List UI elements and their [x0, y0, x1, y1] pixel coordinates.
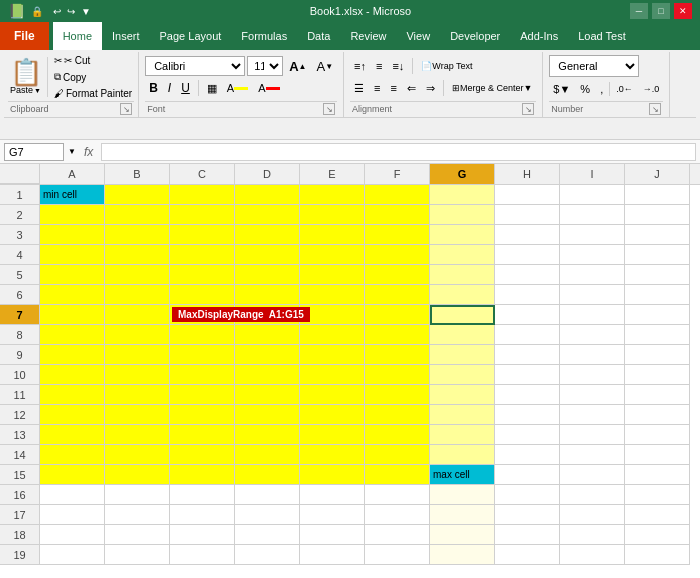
cell-D2[interactable]	[235, 205, 300, 225]
cell-D12[interactable]	[235, 405, 300, 425]
cell-H6[interactable]	[495, 285, 560, 305]
cell-F6[interactable]	[365, 285, 430, 305]
cell-A17[interactable]	[40, 505, 105, 525]
cell-G18[interactable]	[430, 525, 495, 545]
cell-F2[interactable]	[365, 205, 430, 225]
cell-C15[interactable]	[170, 465, 235, 485]
cell-J18[interactable]	[625, 525, 690, 545]
cell-E14[interactable]	[300, 445, 365, 465]
formulas-tab[interactable]: Formulas	[231, 22, 297, 50]
cell-J16[interactable]	[625, 485, 690, 505]
font-size-selector[interactable]: 11	[247, 56, 283, 76]
decrease-indent-button[interactable]: ⇐	[403, 78, 420, 98]
row-header-15[interactable]: 15	[0, 465, 40, 485]
cell-E5[interactable]	[300, 265, 365, 285]
cell-A1[interactable]: min cell	[40, 185, 105, 205]
developer-tab[interactable]: Developer	[440, 22, 510, 50]
view-tab[interactable]: View	[396, 22, 440, 50]
cell-D1[interactable]	[235, 185, 300, 205]
row-header-17[interactable]: 17	[0, 505, 40, 525]
cell-A7[interactable]	[40, 305, 105, 325]
cell-C19[interactable]	[170, 545, 235, 565]
align-top-left-button[interactable]: ≡↑	[350, 56, 370, 76]
cell-A6[interactable]	[40, 285, 105, 305]
cell-J14[interactable]	[625, 445, 690, 465]
insert-tab[interactable]: Insert	[102, 22, 150, 50]
cell-G6[interactable]	[430, 285, 495, 305]
cell-G4[interactable]	[430, 245, 495, 265]
row-header-10[interactable]: 10	[0, 365, 40, 385]
merge-center-button[interactable]: ⊞ Merge & Center ▼	[448, 78, 536, 98]
cell-C1[interactable]	[170, 185, 235, 205]
cell-E1[interactable]	[300, 185, 365, 205]
copy-button[interactable]: ⧉ Copy	[52, 70, 134, 84]
cell-B4[interactable]	[105, 245, 170, 265]
currency-button[interactable]: $▼	[549, 79, 574, 99]
cell-G19[interactable]	[430, 545, 495, 565]
row-header-7[interactable]: 7	[0, 305, 40, 325]
cell-B17[interactable]	[105, 505, 170, 525]
file-menu[interactable]: File	[0, 22, 49, 50]
formula-input[interactable]	[101, 143, 696, 161]
cell-A9[interactable]	[40, 345, 105, 365]
row-header-9[interactable]: 9	[0, 345, 40, 365]
cell-I18[interactable]	[560, 525, 625, 545]
cell-J11[interactable]	[625, 385, 690, 405]
row-header-3[interactable]: 3	[0, 225, 40, 245]
cell-D18[interactable]	[235, 525, 300, 545]
align-right-button[interactable]: ≡	[386, 78, 400, 98]
cell-J13[interactable]	[625, 425, 690, 445]
load-test-tab[interactable]: Load Test	[568, 22, 636, 50]
home-tab[interactable]: Home	[53, 22, 102, 50]
col-header-I[interactable]: I	[560, 164, 625, 184]
cell-B15[interactable]	[105, 465, 170, 485]
cell-I13[interactable]	[560, 425, 625, 445]
cell-A8[interactable]	[40, 325, 105, 345]
cell-C3[interactable]	[170, 225, 235, 245]
row-header-6[interactable]: 6	[0, 285, 40, 305]
col-header-D[interactable]: D	[235, 164, 300, 184]
cell-F5[interactable]	[365, 265, 430, 285]
cell-H14[interactable]	[495, 445, 560, 465]
cell-J10[interactable]	[625, 365, 690, 385]
cell-D15[interactable]	[235, 465, 300, 485]
cell-F1[interactable]	[365, 185, 430, 205]
maximize-button[interactable]: □	[652, 3, 670, 19]
dropdown-arrow[interactable]: ▼	[68, 147, 76, 156]
underline-button[interactable]: U	[177, 78, 194, 98]
cell-H1[interactable]	[495, 185, 560, 205]
cell-A16[interactable]	[40, 485, 105, 505]
cell-D7[interactable]	[235, 305, 300, 325]
cell-G5[interactable]	[430, 265, 495, 285]
cell-F11[interactable]	[365, 385, 430, 405]
cell-F13[interactable]	[365, 425, 430, 445]
cell-I3[interactable]	[560, 225, 625, 245]
row-header-4[interactable]: 4	[0, 245, 40, 265]
cell-J6[interactable]	[625, 285, 690, 305]
cell-E10[interactable]	[300, 365, 365, 385]
cell-H13[interactable]	[495, 425, 560, 445]
font-dialog-launcher[interactable]: ↘	[323, 103, 335, 115]
cell-D19[interactable]	[235, 545, 300, 565]
align-top-right-button[interactable]: ≡↓	[388, 56, 408, 76]
align-center-button[interactable]: ≡	[370, 78, 384, 98]
cell-A10[interactable]	[40, 365, 105, 385]
cell-J3[interactable]	[625, 225, 690, 245]
cell-B9[interactable]	[105, 345, 170, 365]
cell-A15[interactable]	[40, 465, 105, 485]
cut-button[interactable]: ✂ ✂ Cut	[52, 54, 134, 67]
cell-B8[interactable]	[105, 325, 170, 345]
cell-E18[interactable]	[300, 525, 365, 545]
cell-J12[interactable]	[625, 405, 690, 425]
cell-G17[interactable]	[430, 505, 495, 525]
cell-B6[interactable]	[105, 285, 170, 305]
italic-button[interactable]: I	[164, 78, 175, 98]
name-box[interactable]	[4, 143, 64, 161]
cell-F10[interactable]	[365, 365, 430, 385]
cell-B1[interactable]	[105, 185, 170, 205]
cell-A18[interactable]	[40, 525, 105, 545]
border-button[interactable]: ▦	[203, 78, 221, 98]
cell-J7[interactable]	[625, 305, 690, 325]
cell-H5[interactable]	[495, 265, 560, 285]
alignment-dialog-launcher[interactable]: ↘	[522, 103, 534, 115]
